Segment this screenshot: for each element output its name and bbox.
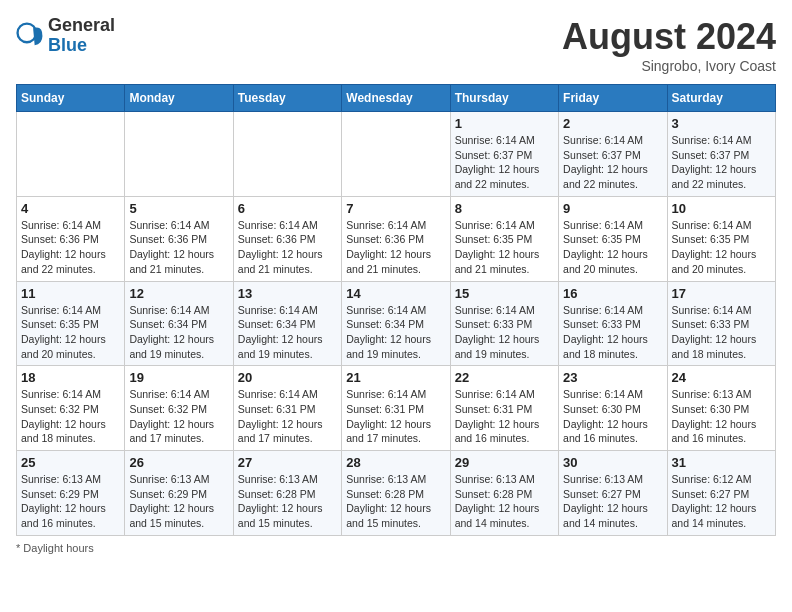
day-info: Sunrise: 6:14 AM Sunset: 6:36 PM Dayligh…: [238, 218, 337, 277]
day-info: Sunrise: 6:12 AM Sunset: 6:27 PM Dayligh…: [672, 472, 771, 531]
day-number: 25: [21, 455, 120, 470]
day-info: Sunrise: 6:13 AM Sunset: 6:28 PM Dayligh…: [346, 472, 445, 531]
logo-general-text: General: [48, 15, 115, 35]
footer-note-text: Daylight hours: [23, 542, 93, 554]
day-info: Sunrise: 6:14 AM Sunset: 6:36 PM Dayligh…: [346, 218, 445, 277]
day-info: Sunrise: 6:13 AM Sunset: 6:28 PM Dayligh…: [238, 472, 337, 531]
calendar-header-row: SundayMondayTuesdayWednesdayThursdayFrid…: [17, 85, 776, 112]
calendar-cell: 23Sunrise: 6:14 AM Sunset: 6:30 PM Dayli…: [559, 366, 667, 451]
day-number: 30: [563, 455, 662, 470]
calendar-cell: [17, 112, 125, 197]
calendar-cell: 15Sunrise: 6:14 AM Sunset: 6:33 PM Dayli…: [450, 281, 558, 366]
logo: General Blue: [16, 16, 115, 56]
day-info: Sunrise: 6:14 AM Sunset: 6:37 PM Dayligh…: [563, 133, 662, 192]
day-number: 16: [563, 286, 662, 301]
day-number: 22: [455, 370, 554, 385]
calendar-cell: [125, 112, 233, 197]
day-info: Sunrise: 6:14 AM Sunset: 6:34 PM Dayligh…: [129, 303, 228, 362]
calendar-week-row: 25Sunrise: 6:13 AM Sunset: 6:29 PM Dayli…: [17, 451, 776, 536]
day-number: 23: [563, 370, 662, 385]
calendar-cell: 26Sunrise: 6:13 AM Sunset: 6:29 PM Dayli…: [125, 451, 233, 536]
day-number: 29: [455, 455, 554, 470]
day-number: 31: [672, 455, 771, 470]
day-number: 2: [563, 116, 662, 131]
calendar-day-header: Saturday: [667, 85, 775, 112]
day-number: 26: [129, 455, 228, 470]
day-info: Sunrise: 6:14 AM Sunset: 6:34 PM Dayligh…: [346, 303, 445, 362]
calendar-cell: 18Sunrise: 6:14 AM Sunset: 6:32 PM Dayli…: [17, 366, 125, 451]
calendar-cell: [233, 112, 341, 197]
day-info: Sunrise: 6:14 AM Sunset: 6:36 PM Dayligh…: [21, 218, 120, 277]
title-block: August 2024 Singrobo, Ivory Coast: [562, 16, 776, 74]
day-number: 10: [672, 201, 771, 216]
day-number: 14: [346, 286, 445, 301]
calendar-cell: 25Sunrise: 6:13 AM Sunset: 6:29 PM Dayli…: [17, 451, 125, 536]
calendar-week-row: 18Sunrise: 6:14 AM Sunset: 6:32 PM Dayli…: [17, 366, 776, 451]
day-info: Sunrise: 6:13 AM Sunset: 6:28 PM Dayligh…: [455, 472, 554, 531]
calendar-cell: 19Sunrise: 6:14 AM Sunset: 6:32 PM Dayli…: [125, 366, 233, 451]
calendar-cell: 9Sunrise: 6:14 AM Sunset: 6:35 PM Daylig…: [559, 196, 667, 281]
day-number: 24: [672, 370, 771, 385]
calendar-cell: 2Sunrise: 6:14 AM Sunset: 6:37 PM Daylig…: [559, 112, 667, 197]
day-info: Sunrise: 6:14 AM Sunset: 6:35 PM Dayligh…: [455, 218, 554, 277]
day-info: Sunrise: 6:14 AM Sunset: 6:33 PM Dayligh…: [455, 303, 554, 362]
day-info: Sunrise: 6:14 AM Sunset: 6:37 PM Dayligh…: [672, 133, 771, 192]
day-number: 17: [672, 286, 771, 301]
day-info: Sunrise: 6:14 AM Sunset: 6:35 PM Dayligh…: [21, 303, 120, 362]
day-number: 28: [346, 455, 445, 470]
calendar-cell: 24Sunrise: 6:13 AM Sunset: 6:30 PM Dayli…: [667, 366, 775, 451]
calendar-cell: 31Sunrise: 6:12 AM Sunset: 6:27 PM Dayli…: [667, 451, 775, 536]
day-info: Sunrise: 6:14 AM Sunset: 6:30 PM Dayligh…: [563, 387, 662, 446]
calendar-day-header: Tuesday: [233, 85, 341, 112]
day-info: Sunrise: 6:14 AM Sunset: 6:37 PM Dayligh…: [455, 133, 554, 192]
calendar-cell: 16Sunrise: 6:14 AM Sunset: 6:33 PM Dayli…: [559, 281, 667, 366]
calendar-day-header: Wednesday: [342, 85, 450, 112]
day-info: Sunrise: 6:14 AM Sunset: 6:32 PM Dayligh…: [129, 387, 228, 446]
day-info: Sunrise: 6:14 AM Sunset: 6:33 PM Dayligh…: [672, 303, 771, 362]
calendar-cell: 7Sunrise: 6:14 AM Sunset: 6:36 PM Daylig…: [342, 196, 450, 281]
calendar-cell: 21Sunrise: 6:14 AM Sunset: 6:31 PM Dayli…: [342, 366, 450, 451]
calendar-cell: 10Sunrise: 6:14 AM Sunset: 6:35 PM Dayli…: [667, 196, 775, 281]
day-info: Sunrise: 6:14 AM Sunset: 6:31 PM Dayligh…: [455, 387, 554, 446]
day-info: Sunrise: 6:13 AM Sunset: 6:29 PM Dayligh…: [129, 472, 228, 531]
day-info: Sunrise: 6:14 AM Sunset: 6:32 PM Dayligh…: [21, 387, 120, 446]
day-info: Sunrise: 6:14 AM Sunset: 6:34 PM Dayligh…: [238, 303, 337, 362]
day-info: Sunrise: 6:14 AM Sunset: 6:33 PM Dayligh…: [563, 303, 662, 362]
day-number: 21: [346, 370, 445, 385]
day-info: Sunrise: 6:14 AM Sunset: 6:35 PM Dayligh…: [672, 218, 771, 277]
calendar-cell: 12Sunrise: 6:14 AM Sunset: 6:34 PM Dayli…: [125, 281, 233, 366]
day-number: 7: [346, 201, 445, 216]
day-number: 1: [455, 116, 554, 131]
calendar-cell: 3Sunrise: 6:14 AM Sunset: 6:37 PM Daylig…: [667, 112, 775, 197]
calendar-cell: 29Sunrise: 6:13 AM Sunset: 6:28 PM Dayli…: [450, 451, 558, 536]
day-info: Sunrise: 6:14 AM Sunset: 6:36 PM Dayligh…: [129, 218, 228, 277]
day-number: 12: [129, 286, 228, 301]
day-info: Sunrise: 6:13 AM Sunset: 6:27 PM Dayligh…: [563, 472, 662, 531]
day-info: Sunrise: 6:14 AM Sunset: 6:35 PM Dayligh…: [563, 218, 662, 277]
calendar-cell: 5Sunrise: 6:14 AM Sunset: 6:36 PM Daylig…: [125, 196, 233, 281]
day-info: Sunrise: 6:13 AM Sunset: 6:29 PM Dayligh…: [21, 472, 120, 531]
day-number: 6: [238, 201, 337, 216]
calendar-cell: 17Sunrise: 6:14 AM Sunset: 6:33 PM Dayli…: [667, 281, 775, 366]
day-number: 18: [21, 370, 120, 385]
day-info: Sunrise: 6:14 AM Sunset: 6:31 PM Dayligh…: [238, 387, 337, 446]
day-number: 11: [21, 286, 120, 301]
calendar-cell: [342, 112, 450, 197]
day-info: Sunrise: 6:14 AM Sunset: 6:31 PM Dayligh…: [346, 387, 445, 446]
location: Singrobo, Ivory Coast: [562, 58, 776, 74]
calendar-week-row: 1Sunrise: 6:14 AM Sunset: 6:37 PM Daylig…: [17, 112, 776, 197]
calendar-cell: 20Sunrise: 6:14 AM Sunset: 6:31 PM Dayli…: [233, 366, 341, 451]
calendar-cell: 27Sunrise: 6:13 AM Sunset: 6:28 PM Dayli…: [233, 451, 341, 536]
calendar-cell: 22Sunrise: 6:14 AM Sunset: 6:31 PM Dayli…: [450, 366, 558, 451]
calendar-cell: 14Sunrise: 6:14 AM Sunset: 6:34 PM Dayli…: [342, 281, 450, 366]
day-number: 15: [455, 286, 554, 301]
calendar-cell: 30Sunrise: 6:13 AM Sunset: 6:27 PM Dayli…: [559, 451, 667, 536]
day-number: 8: [455, 201, 554, 216]
day-number: 19: [129, 370, 228, 385]
month-year: August 2024: [562, 16, 776, 58]
calendar-day-header: Friday: [559, 85, 667, 112]
day-number: 3: [672, 116, 771, 131]
calendar-week-row: 11Sunrise: 6:14 AM Sunset: 6:35 PM Dayli…: [17, 281, 776, 366]
calendar-cell: 28Sunrise: 6:13 AM Sunset: 6:28 PM Dayli…: [342, 451, 450, 536]
calendar-table: SundayMondayTuesdayWednesdayThursdayFrid…: [16, 84, 776, 536]
